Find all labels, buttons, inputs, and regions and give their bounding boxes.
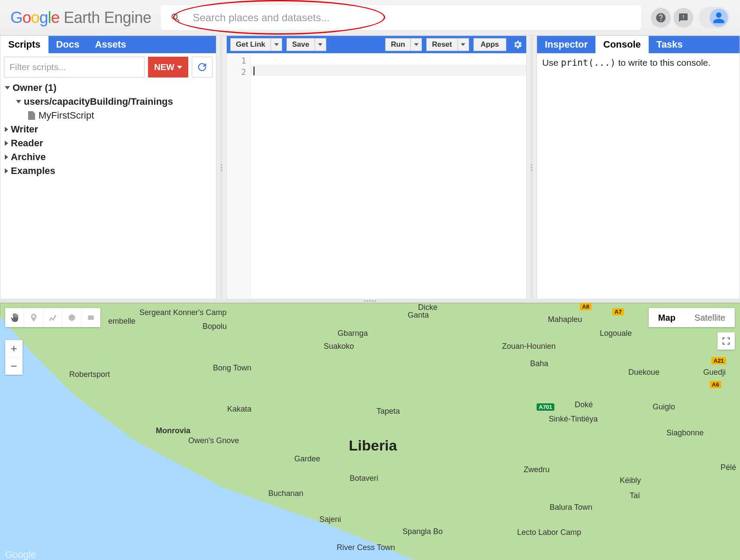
console-body: Use print(...) to write to this console. xyxy=(537,53,740,72)
hand-icon xyxy=(10,312,20,323)
resize-handle-left[interactable] xyxy=(220,35,223,299)
chevron-down-icon xyxy=(274,43,279,46)
tree-reader[interactable]: Reader xyxy=(5,136,212,150)
tree-repo[interactable]: users/capacityBuilding/Trainings xyxy=(5,95,212,109)
city-baha: Baha xyxy=(530,359,548,368)
console-panel: Inspector Console Tasks Use print(...) t… xyxy=(537,35,740,299)
tree-owner[interactable]: Owner (1) xyxy=(5,81,212,95)
get-link-dropdown[interactable] xyxy=(270,39,282,51)
scripts-panel: Scripts Docs Assets NEW Owner (1) users/… xyxy=(0,35,216,299)
tree-script-myfirst[interactable]: MyFirstScript xyxy=(5,109,212,122)
search-input[interactable] xyxy=(193,12,632,24)
zoom-out-button[interactable]: − xyxy=(5,357,23,375)
scripts-toolbar: NEW xyxy=(0,53,216,81)
city-tai: Taï xyxy=(630,491,640,500)
get-link-button[interactable]: Get Link xyxy=(230,38,282,51)
save-button[interactable]: Save xyxy=(286,38,326,51)
reset-dropdown[interactable] xyxy=(457,39,469,51)
tree-examples[interactable]: Examples xyxy=(5,164,212,178)
run-button[interactable]: Run xyxy=(385,38,422,51)
code-area[interactable] xyxy=(251,53,526,299)
tree-owner-label: Owner (1) xyxy=(13,82,56,93)
map-type-satellite[interactable]: Satellite xyxy=(685,308,735,327)
search-icon xyxy=(170,12,181,23)
pan-tool[interactable] xyxy=(5,308,24,327)
chevron-down-icon xyxy=(16,100,21,103)
city-guedji: Guedji xyxy=(703,368,726,377)
map-type-map[interactable]: Map xyxy=(649,308,685,327)
map-viewport[interactable]: Liberia Monrovia Robertsport Kakata Owen… xyxy=(0,303,740,560)
help-button[interactable] xyxy=(651,8,671,28)
save-dropdown[interactable] xyxy=(315,39,326,51)
tab-docs[interactable]: Docs xyxy=(48,36,87,53)
pin-icon xyxy=(29,313,39,322)
google-logo: Google xyxy=(10,9,59,27)
line-tool[interactable] xyxy=(43,308,62,327)
tree-archive[interactable]: Archive xyxy=(5,150,212,164)
chevron-down-icon xyxy=(318,43,322,46)
run-dropdown[interactable] xyxy=(410,39,421,51)
map-watermark: Google xyxy=(5,549,36,560)
feedback-button[interactable] xyxy=(673,8,693,28)
tab-scripts[interactable]: Scripts xyxy=(0,36,48,53)
code-editor[interactable]: 1 2 xyxy=(227,53,526,299)
city-owens: Owen's Gnove xyxy=(188,436,239,445)
apps-label: Apps xyxy=(474,39,506,51)
resize-handle-right[interactable] xyxy=(530,35,533,299)
city-keibly: Kéibly xyxy=(620,476,641,485)
road-a8: A8 xyxy=(580,303,592,310)
city-bongtown: Bong Town xyxy=(213,364,251,373)
resize-handle-bottom[interactable] xyxy=(0,299,740,303)
rectangle-tool[interactable] xyxy=(81,308,100,327)
settings-button[interactable] xyxy=(512,39,523,50)
tab-inspector[interactable]: Inspector xyxy=(537,36,595,53)
zoom-control: + − xyxy=(5,340,23,375)
chevron-right-icon xyxy=(5,168,8,174)
city-dicke: Dicke xyxy=(418,303,438,312)
refresh-button[interactable] xyxy=(192,57,212,77)
search-bar[interactable] xyxy=(161,5,641,30)
rectangle-icon xyxy=(87,313,95,322)
fullscreen-icon xyxy=(721,336,731,346)
zoom-in-button[interactable]: + xyxy=(5,340,23,357)
city-suakoko: Suakoko xyxy=(324,342,354,351)
code-line-active xyxy=(251,64,526,76)
polygon-tool[interactable] xyxy=(62,308,81,327)
tab-assets[interactable]: Assets xyxy=(87,36,134,53)
city-siagbonne: Siagbonne xyxy=(666,428,704,438)
city-embelle: embelle xyxy=(108,317,135,326)
person-icon xyxy=(712,11,725,24)
app-header: Google Earth Engine xyxy=(0,0,740,35)
chevron-down-icon xyxy=(461,43,465,46)
gear-icon xyxy=(512,39,523,50)
chevron-right-icon xyxy=(5,141,8,146)
apps-button[interactable]: Apps xyxy=(473,38,507,51)
filter-scripts-input[interactable] xyxy=(4,57,145,77)
file-icon xyxy=(28,111,35,120)
console-hint-post: to write to this console. xyxy=(616,58,711,68)
new-button[interactable]: NEW xyxy=(148,57,188,77)
fullscreen-button[interactable] xyxy=(717,332,735,350)
city-ganta: Ganta xyxy=(408,311,429,320)
account-switcher[interactable] xyxy=(698,7,730,29)
tree-repo-label: users/capacityBuilding/Trainings xyxy=(24,96,173,107)
console-hint-code: print(...) xyxy=(561,58,615,68)
reset-button[interactable]: Reset xyxy=(426,38,469,51)
polyline-icon xyxy=(48,313,58,322)
city-sergeant: Sergeant Konner's Camp xyxy=(139,308,227,317)
tab-console[interactable]: Console xyxy=(595,36,649,53)
tree-writer-label: Writer xyxy=(11,124,38,135)
city-buchanan: Buchanan xyxy=(268,489,303,498)
tree-reader-label: Reader xyxy=(11,138,43,149)
left-tabs: Scripts Docs Assets xyxy=(0,36,216,53)
tree-writer[interactable]: Writer xyxy=(5,122,212,136)
city-rivercess: River Cess Town xyxy=(337,543,395,552)
city-duekoue: Duekoue xyxy=(628,368,660,377)
chevron-right-icon xyxy=(5,127,8,132)
chevron-down-icon xyxy=(414,43,418,46)
city-sinke: Sinké-Tintiéya xyxy=(549,415,598,424)
tab-tasks[interactable]: Tasks xyxy=(649,36,691,53)
city-doke: Doké xyxy=(575,400,593,409)
point-tool[interactable] xyxy=(24,308,43,327)
new-button-label: NEW xyxy=(154,62,174,72)
